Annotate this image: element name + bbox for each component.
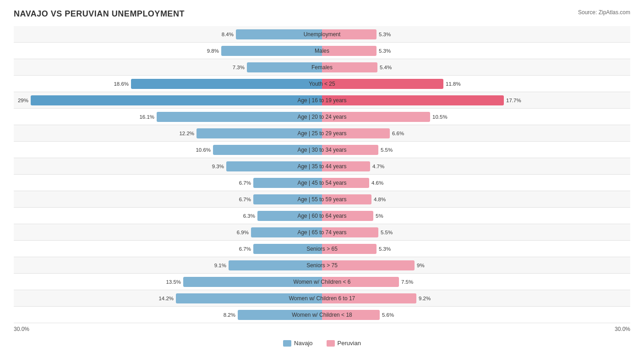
navajo-legend-label: Navajo	[294, 340, 312, 347]
table-row: 12.2%Age | 25 to 29 years6.6%	[14, 125, 630, 142]
navajo-bar	[221, 46, 322, 56]
row-label: Age | 35 to 44 years	[297, 163, 346, 170]
row-label: Age | 30 to 34 years	[297, 147, 346, 153]
table-row: 29%Age | 16 to 19 years17.7%	[14, 92, 630, 109]
navajo-value: 18.6%	[114, 81, 129, 87]
row-label: Age | 16 to 19 years	[297, 97, 346, 104]
peruvian-legend-label: Peruvian	[338, 340, 361, 347]
chart-title: NAVAJO VS PERUVIAN UNEMPLOYMENT	[14, 9, 185, 19]
row-label: Youth < 25	[309, 81, 335, 87]
table-row: 6.7%Age | 55 to 59 years4.8%	[14, 191, 630, 208]
chart-source: Source: ZipAtlas.com	[578, 9, 630, 16]
peruvian-value: 5%	[376, 213, 383, 219]
navajo-value: 14.2%	[158, 296, 174, 301]
peruvian-value: 5.3%	[379, 246, 391, 252]
navajo-value: 9.8%	[204, 48, 219, 54]
peruvian-value: 6.6%	[392, 131, 404, 136]
peruvian-bar	[322, 46, 377, 56]
navajo-value: 6.9%	[234, 230, 249, 235]
row-label: Males	[315, 48, 329, 54]
peruvian-bar	[322, 79, 443, 89]
peruvian-value: 5.5%	[381, 230, 393, 235]
peruvian-value: 7.5%	[401, 279, 413, 285]
row-label: Women w/ Children < 6	[294, 279, 351, 285]
peruvian-legend-box	[327, 340, 335, 347]
peruvian-value: 10.5%	[432, 114, 448, 120]
table-row: 9.8%Males5.3%	[14, 43, 630, 59]
navajo-value: 9.1%	[212, 263, 226, 268]
navajo-bar	[31, 95, 322, 105]
axis-row: 30.0% 30.0%	[14, 323, 630, 337]
navajo-value: 9.3%	[209, 164, 224, 169]
table-row: 14.2%Women w/ Children 6 to 179.2%	[14, 290, 630, 307]
navajo-value: 6.7%	[236, 180, 251, 186]
axis-left-label: 30.0%	[14, 326, 29, 332]
legend-peruvian: Peruvian	[327, 340, 361, 347]
table-row: 16.1%Age | 20 to 24 years10.5%	[14, 109, 630, 125]
navajo-value: 13.5%	[166, 279, 181, 285]
table-row: 6.7%Age | 45 to 54 years4.6%	[14, 175, 630, 191]
peruvian-value: 4.6%	[371, 180, 383, 186]
table-row: 10.6%Age | 30 to 34 years5.5%	[14, 142, 630, 158]
navajo-value: 29%	[14, 98, 28, 103]
row-label: Age | 45 to 54 years	[297, 180, 346, 186]
table-row: 18.6%Youth < 2511.8%	[14, 76, 630, 92]
peruvian-bar	[322, 95, 504, 105]
peruvian-value: 4.7%	[372, 164, 384, 169]
navajo-value: 6.7%	[236, 246, 251, 252]
table-row: 6.9%Age | 65 to 74 years5.5%	[14, 224, 630, 241]
row-label: Age | 65 to 74 years	[297, 229, 346, 236]
row-label: Females	[311, 64, 333, 71]
peruvian-value: 9.2%	[419, 296, 431, 301]
peruvian-value: 4.8%	[374, 197, 386, 202]
peruvian-value: 9%	[417, 263, 425, 268]
navajo-legend-box	[283, 340, 291, 347]
peruvian-value: 5.6%	[382, 312, 394, 318]
row-label: Age | 60 to 64 years	[297, 213, 346, 219]
table-row: 8.4%Unemployment5.3%	[14, 26, 630, 43]
chart-container: NAVAJO VS PERUVIAN UNEMPLOYMENT Source: …	[0, 0, 644, 347]
peruvian-value: 5.3%	[379, 48, 391, 54]
legend-navajo: Navajo	[283, 340, 312, 347]
row-label: Age | 20 to 24 years	[297, 114, 346, 120]
peruvian-value: 5.3%	[379, 32, 391, 37]
table-row: 6.7%Seniors > 655.3%	[14, 241, 630, 257]
table-row: 13.5%Women w/ Children < 67.5%	[14, 274, 630, 290]
row-label: Age | 55 to 59 years	[297, 196, 346, 203]
table-row: 9.3%Age | 35 to 44 years4.7%	[14, 158, 630, 175]
row-label: Seniors > 65	[306, 246, 338, 252]
legend: Navajo Peruvian	[14, 340, 630, 347]
navajo-value: 12.2%	[179, 131, 194, 136]
chart-body: 8.4%Unemployment5.3%9.8%Males5.3%7.3%Fem…	[14, 26, 630, 323]
navajo-value: 7.3%	[230, 65, 245, 70]
table-row: 8.2%Women w/ Children < 185.6%	[14, 307, 630, 323]
row-label: Seniors > 75	[306, 262, 338, 269]
row-label: Age | 25 to 29 years	[297, 130, 346, 137]
table-row: 9.1%Seniors > 759%	[14, 257, 630, 274]
peruvian-value: 5.5%	[381, 147, 393, 153]
navajo-bar	[247, 62, 322, 72]
navajo-value: 6.3%	[240, 213, 255, 219]
row-label: Women w/ Children 6 to 17	[289, 295, 355, 302]
peruvian-value: 17.7%	[506, 98, 521, 103]
navajo-value: 10.6%	[196, 147, 211, 153]
peruvian-value: 11.8%	[446, 81, 461, 87]
row-label: Unemployment	[304, 31, 341, 38]
navajo-value: 8.4%	[219, 32, 234, 37]
peruvian-value: 5.4%	[380, 65, 392, 70]
navajo-value: 8.2%	[221, 312, 235, 318]
axis-right-label: 30.0%	[615, 326, 630, 332]
navajo-value: 6.7%	[236, 197, 251, 202]
navajo-bar	[131, 79, 322, 89]
navajo-value: 16.1%	[139, 114, 154, 120]
chart-header: NAVAJO VS PERUVIAN UNEMPLOYMENT Source: …	[14, 9, 630, 19]
table-row: 6.3%Age | 60 to 64 years5%	[14, 208, 630, 224]
row-label: Women w/ Children < 18	[292, 312, 352, 318]
table-row: 7.3%Females5.4%	[14, 59, 630, 76]
